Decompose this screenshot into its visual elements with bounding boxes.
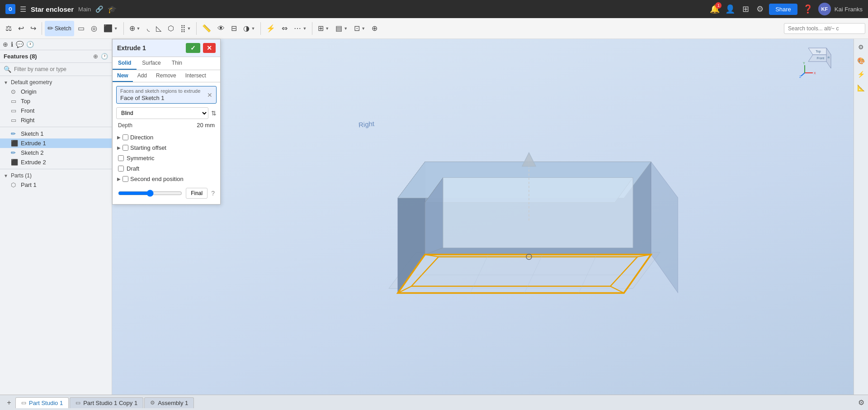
rp-draw-icon[interactable]: 📐 (855, 81, 868, 94)
panel-title: Extrude 1 (117, 44, 146, 52)
starting-offset-checkbox[interactable] (123, 145, 128, 151)
filter-input[interactable] (14, 66, 108, 72)
preview-slider[interactable] (118, 190, 182, 197)
person-icon[interactable]: 👤 (723, 2, 737, 16)
grid-icon[interactable]: ⊞ (741, 2, 751, 16)
second-end-chevron-icon: ▶ (117, 176, 121, 181)
more-tools-button[interactable]: ⋯ ▼ (291, 21, 309, 36)
depth-type-select[interactable]: Blind (116, 107, 208, 119)
zoom-button[interactable]: ⊕ (369, 21, 380, 36)
adjust-button[interactable]: ⚖ (3, 21, 14, 36)
share-button[interactable]: Share (769, 4, 797, 15)
sketch1-item[interactable]: ✏ Sketch 1 (0, 129, 112, 138)
extrude-panel: Extrude 1 ✓ ✕ Solid Surface Thin New Add… (112, 39, 221, 205)
doc-subtitle: Main (78, 6, 91, 13)
help-circle-icon[interactable]: ? (211, 190, 215, 197)
rp-inspect-icon[interactable]: ⚙ (855, 41, 868, 53)
notification-badge[interactable]: 🔔 1 (710, 4, 720, 14)
extrude-dropdown-button[interactable]: ⬛ ▼ (101, 21, 121, 36)
sidebar-add-icon[interactable]: ⊕ (3, 41, 8, 48)
top-plane-icon: ▭ (11, 98, 18, 105)
panel-button[interactable]: ▤ ▼ (333, 21, 350, 36)
section-button[interactable]: ⊟ (228, 21, 240, 36)
rp-sim-icon[interactable]: ⚡ (855, 68, 868, 81)
preview-button[interactable]: Final (186, 188, 208, 199)
help-icon[interactable]: ❓ (801, 2, 815, 16)
draft-row[interactable]: Draft (116, 163, 217, 174)
panel-ok-button[interactable]: ✓ (186, 43, 200, 53)
face-clear-button[interactable]: ✕ (207, 91, 212, 99)
extrude1-item[interactable]: ⬛ Extrude 1 (0, 138, 112, 148)
depth-direction-icon[interactable]: ⇅ (211, 110, 217, 117)
subtab-remove[interactable]: Remove (151, 70, 181, 82)
right-item[interactable]: ▭ Right (0, 115, 112, 125)
direction-checkbox[interactable] (123, 134, 128, 140)
shell-button[interactable]: ⬡ (165, 21, 177, 36)
fillet-button[interactable]: ◟ (144, 21, 152, 36)
sidebar-info-icon[interactable]: ℹ (11, 41, 13, 48)
origin-item[interactable]: ⊙ Origin (0, 87, 112, 96)
direction-row[interactable]: ▶ Direction (116, 132, 217, 143)
search-tools-input[interactable] (784, 23, 865, 34)
hamburger-menu[interactable]: ☰ (20, 5, 26, 14)
second-end-checkbox[interactable] (123, 176, 128, 182)
starting-offset-row[interactable]: ▶ Starting offset (116, 143, 217, 153)
subtab-add[interactable]: Add (133, 70, 151, 82)
orientation-cube[interactable]: Top Front R X Y Z (799, 43, 835, 81)
front-item[interactable]: ▭ Front (0, 106, 112, 115)
shell-icon: ⬡ (168, 24, 174, 33)
sphere-button[interactable]: ◎ (88, 21, 100, 36)
symmetric-row[interactable]: Symmetric (116, 153, 217, 163)
extrude2-item[interactable]: ⬛ Extrude 2 (0, 157, 112, 167)
add-tab-button[interactable]: + (4, 397, 14, 408)
tab-part-studio-1[interactable]: ▭ Part Studio 1 (15, 397, 69, 408)
viewport[interactable]: Right (112, 39, 854, 395)
tab-surface[interactable]: Surface (137, 57, 166, 70)
add-feature-icon[interactable]: ⊕ (93, 53, 98, 60)
tab-solid[interactable]: Solid (113, 57, 137, 70)
sketch2-item[interactable]: ✏ Sketch 2 (0, 148, 112, 157)
panel-cancel-button[interactable]: ✕ (203, 43, 216, 53)
redo-button[interactable]: ↪ (28, 21, 39, 36)
parts-header[interactable]: ▼ Parts (1) (0, 171, 112, 180)
sketch-button[interactable]: ✏ Sketch (45, 21, 74, 36)
chamfer-button[interactable]: ◺ (153, 21, 164, 36)
top-item[interactable]: ▭ Top (0, 96, 112, 106)
second-end-row[interactable]: ▶ Second end position (116, 174, 217, 184)
doc-title: Star encloser (31, 5, 74, 13)
undo-icon: ↩ (18, 24, 24, 33)
rp-render-icon[interactable]: 🎨 (855, 54, 868, 67)
pattern-button[interactable]: ⣿ ▼ (178, 21, 194, 36)
settings-gear-icon[interactable]: ⚙ (755, 2, 765, 16)
undo-button[interactable]: ↩ (15, 21, 27, 36)
tab-part-studio-copy[interactable]: ▭ Part Studio 1 Copy 1 (70, 397, 143, 408)
dropdown-arrow-4: ▼ (251, 26, 255, 31)
tab-thin[interactable]: Thin (166, 57, 188, 70)
svg-text:Top: Top (816, 50, 821, 53)
boolean-button[interactable]: ⊕ ▼ (127, 21, 143, 36)
sim-button[interactable]: ⚡ (264, 21, 278, 36)
default-geometry-header[interactable]: ▼ Default geometry (0, 78, 112, 87)
panel-header-buttons: ✓ ✕ (186, 43, 216, 53)
view-button[interactable]: ⊞ ▼ (315, 21, 332, 36)
plane-button[interactable]: ▭ (75, 21, 87, 36)
history-icon[interactable]: 🕐 (101, 53, 108, 60)
eye-button[interactable]: 👁 (215, 21, 227, 36)
dropdown-arrow-2: ▼ (137, 26, 141, 31)
symmetric-checkbox[interactable] (118, 155, 124, 161)
measure-button[interactable]: 📏 (199, 21, 214, 36)
bottom-settings-icon[interactable]: ⚙ (858, 398, 864, 407)
part1-item[interactable]: ⬡ Part 1 (0, 180, 112, 190)
layout-button[interactable]: ⊡ ▼ (351, 21, 368, 36)
sidebar-chat-icon[interactable]: 💬 (16, 41, 24, 48)
second-end-label: Second end position (130, 176, 184, 182)
mirror-button[interactable]: ⇔ (279, 21, 290, 36)
appear-button[interactable]: ◑ ▼ (241, 21, 258, 36)
tab-assembly-1[interactable]: ⚙ Assembly 1 (144, 397, 194, 408)
face-selector[interactable]: Faces and sketch regions to extrude Face… (116, 86, 217, 104)
draft-checkbox[interactable] (118, 166, 124, 172)
subtab-new[interactable]: New (113, 70, 133, 82)
sidebar-clock-icon[interactable]: 🕐 (26, 41, 34, 48)
svg-line-32 (801, 73, 805, 76)
subtab-intersect[interactable]: Intersect (181, 70, 211, 82)
